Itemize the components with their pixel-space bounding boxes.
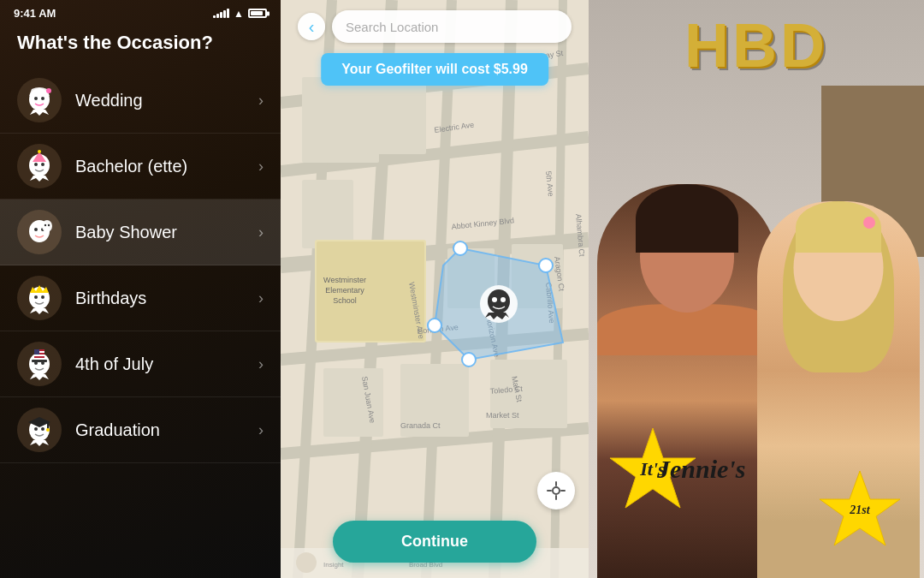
occasion-item-wedding[interactable]: Wedding › [0, 68, 281, 134]
graduation-chevron: › [258, 421, 264, 439]
baby-shower-label: Baby Shower [75, 223, 258, 242]
occasion-item-4th-july[interactable]: 4th of July › [0, 331, 281, 397]
map-panel: ‹ Search Location Your Geofilter will co… [281, 0, 589, 578]
svg-point-11 [42, 220, 52, 232]
svg-point-31 [46, 428, 50, 432]
occasion-item-bachelor[interactable]: Bachelor (ette) › [0, 134, 281, 200]
svg-point-28 [41, 427, 44, 431]
hbd-text: HBD [684, 10, 828, 80]
status-time: 9:41 AM [14, 7, 56, 20]
svg-rect-30 [47, 422, 49, 429]
search-input[interactable]: Search Location [332, 10, 572, 43]
signal-icon [213, 9, 229, 18]
svg-point-74 [539, 259, 553, 272]
svg-point-75 [462, 353, 476, 366]
svg-rect-46 [302, 180, 353, 248]
svg-point-5 [34, 163, 38, 166]
continue-label: Continue [401, 533, 468, 550]
svg-point-79 [492, 297, 497, 302]
wedding-emoji [17, 78, 62, 122]
status-bar: 9:41 AM ▲ [0, 0, 281, 23]
back-icon: ‹ [309, 17, 315, 37]
birthdays-label: Birthdays [75, 289, 258, 308]
search-bar: ‹ Search Location [298, 10, 572, 43]
svg-point-82 [296, 552, 317, 573]
continue-button[interactable]: Continue [333, 521, 536, 563]
wifi-icon: ▲ [234, 8, 244, 20]
svg-text:21st: 21st [849, 504, 870, 516]
svg-point-76 [428, 319, 441, 332]
wedding-label: Wedding [75, 91, 258, 110]
graduation-label: Graduation [75, 420, 258, 440]
svg-point-9 [34, 228, 38, 231]
svg-text:Westminster: Westminster [323, 276, 366, 284]
svg-point-12 [44, 224, 46, 226]
svg-point-2 [41, 97, 44, 100]
search-placeholder: Search Location [346, 20, 438, 34]
bachelor-chevron: › [258, 158, 264, 176]
occasion-item-graduation[interactable]: Graduation › [0, 397, 281, 463]
baby-shower-emoji [17, 210, 62, 254]
bachelor-label: Bachelor (ette) [75, 157, 258, 176]
4th-july-label: 4th of July [75, 355, 258, 374]
occasion-panel: 9:41 AM ▲ What's the Occasion? [0, 0, 281, 578]
battery-icon [248, 9, 267, 18]
bachelor-emoji [17, 144, 62, 188]
4th-july-emoji [17, 342, 62, 386]
map-container[interactable]: Westminster Elementary School Broadway S… [281, 0, 589, 578]
occasion-item-birthdays[interactable]: Birthdays › [0, 265, 281, 331]
birthdays-emoji [17, 276, 62, 320]
4th-july-chevron: › [258, 355, 264, 373]
wedding-chevron: › [258, 92, 264, 110]
svg-point-85 [553, 487, 560, 494]
svg-point-1 [34, 97, 38, 100]
graduation-emoji [17, 408, 62, 452]
svg-point-73 [453, 241, 467, 255]
svg-point-15 [34, 295, 38, 299]
cost-banner: Your Geofilter will cost $5.99 [321, 53, 548, 86]
svg-text:Elementary: Elementary [325, 286, 364, 295]
svg-point-78 [488, 289, 510, 313]
svg-point-13 [48, 224, 50, 226]
svg-point-80 [500, 297, 506, 302]
photo-panel: HBD It's 21st Jennie's [589, 0, 924, 578]
svg-text:School: School [333, 296, 357, 305]
back-button[interactable]: ‹ [298, 13, 325, 40]
svg-rect-23 [34, 358, 44, 360]
svg-rect-24 [34, 349, 39, 355]
svg-rect-54 [323, 368, 383, 437]
location-button[interactable] [537, 472, 575, 509]
occasion-list: Wedding › Bachelor (ette) › [0, 68, 281, 578]
svg-point-27 [34, 427, 38, 431]
jennies-text: Jennie's [657, 455, 745, 484]
svg-point-3 [46, 88, 51, 93]
page-title: What's the Occasion? [0, 23, 281, 68]
svg-point-7 [38, 150, 41, 153]
cost-label: Your Geofilter will cost $5.99 [341, 62, 528, 76]
birthdays-chevron: › [258, 289, 264, 307]
svg-text:Granada Ct: Granada Ct [400, 421, 441, 430]
svg-text:Market St: Market St [486, 411, 519, 420]
occasion-item-baby-shower[interactable]: Baby Shower › [0, 200, 281, 265]
svg-point-16 [41, 295, 44, 299]
status-icons: ▲ [213, 8, 267, 20]
svg-text:Insight: Insight [323, 561, 344, 569]
svg-rect-25 [32, 360, 47, 362]
star-right: 21st [813, 467, 907, 561]
svg-point-6 [41, 163, 44, 166]
baby-shower-chevron: › [258, 223, 264, 241]
svg-rect-22 [34, 355, 44, 356]
